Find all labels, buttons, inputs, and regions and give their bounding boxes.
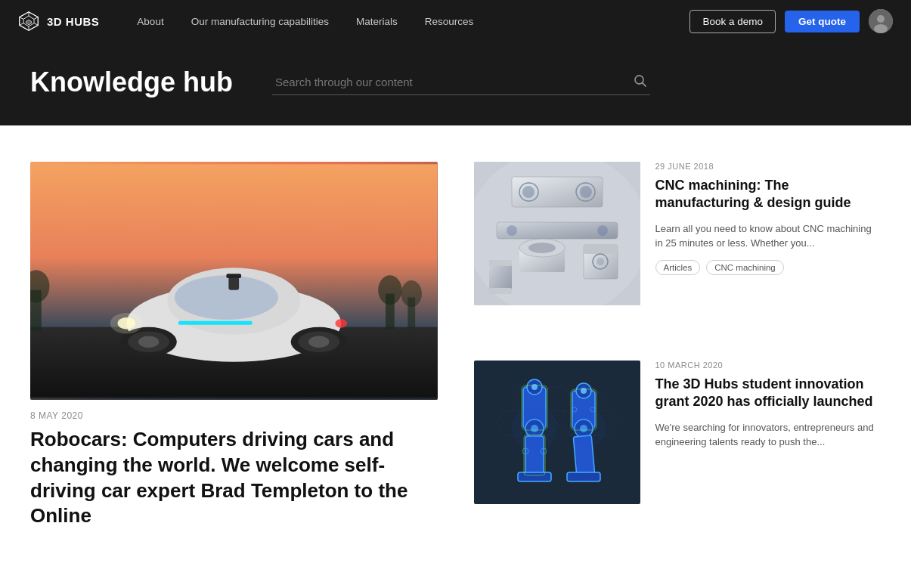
svg-rect-54 xyxy=(584,245,618,254)
cnc-article-info: 29 JUNE 2018 CNC machining: The manufact… xyxy=(655,162,882,330)
nav-manufacturing[interactable]: Our manufacturing capabilities xyxy=(178,0,342,42)
svg-point-10 xyxy=(877,15,885,23)
nav-resources[interactable]: Resources xyxy=(411,0,488,42)
cnc-article-title: CNC machining: The manufacturing & desig… xyxy=(655,177,882,212)
svg-rect-72 xyxy=(518,472,551,481)
svg-point-48 xyxy=(597,225,608,236)
nav-about[interactable]: About xyxy=(123,0,177,42)
svg-rect-58 xyxy=(489,260,512,266)
svg-line-5 xyxy=(34,23,38,26)
svg-point-34 xyxy=(110,313,143,333)
nav-actions: Book a demo Get quote xyxy=(689,9,893,33)
svg-rect-59 xyxy=(489,288,512,294)
book-demo-button[interactable]: Book a demo xyxy=(689,10,776,33)
student-article-title: The 3D Hubs student innovation grant 202… xyxy=(655,376,882,411)
svg-point-38 xyxy=(335,319,347,328)
user-avatar[interactable] xyxy=(869,9,893,33)
featured-article-date: 8 MAY 2020 xyxy=(30,410,438,421)
featured-article-image xyxy=(30,162,438,400)
featured-article[interactable]: 8 MAY 2020 Robocars: Computers driving c… xyxy=(30,162,438,529)
student-article-date: 10 MARCH 2020 xyxy=(655,361,882,370)
nav-materials[interactable]: Materials xyxy=(342,0,411,42)
svg-point-89 xyxy=(512,406,557,451)
nav-links: About Our manufacturing capabilities Mat… xyxy=(123,0,689,42)
svg-marker-2 xyxy=(26,20,32,25)
svg-point-29 xyxy=(138,336,159,348)
svg-line-7 xyxy=(20,23,23,26)
svg-point-19 xyxy=(378,275,401,305)
svg-point-56 xyxy=(596,258,604,265)
cnc-article-description: Learn all you need to know about CNC mac… xyxy=(655,221,882,251)
svg-point-47 xyxy=(507,225,517,236)
svg-line-4 xyxy=(34,17,38,20)
brand-logo[interactable]: 3D HUBS xyxy=(18,11,99,32)
svg-point-32 xyxy=(308,336,329,348)
cnc-article-image xyxy=(474,162,640,305)
article-student-grant[interactable]: 10 MARCH 2020 The 3D Hubs student innova… xyxy=(474,361,882,529)
student-article-info: 10 MARCH 2020 The 3D Hubs student innova… xyxy=(655,361,882,529)
svg-rect-35 xyxy=(228,277,239,290)
svg-point-90 xyxy=(569,410,606,447)
svg-point-85 xyxy=(581,388,587,394)
article-cnc[interactable]: 29 JUNE 2018 CNC machining: The manufact… xyxy=(474,162,882,330)
search-icon-button[interactable] xyxy=(634,74,647,91)
cnc-article-tags: Articles CNC machining xyxy=(655,260,882,275)
svg-point-44 xyxy=(522,186,535,198)
tag-articles[interactable]: Articles xyxy=(655,260,701,275)
student-article-image xyxy=(474,361,640,504)
svg-point-11 xyxy=(874,24,888,33)
svg-point-26 xyxy=(175,275,278,320)
svg-line-13 xyxy=(643,83,646,87)
brand-name: 3D HUBS xyxy=(47,15,99,28)
cnc-article-date: 29 JUNE 2018 xyxy=(655,162,882,171)
navigation: 3D HUBS About Our manufacturing capabili… xyxy=(0,0,911,42)
svg-point-21 xyxy=(401,280,422,307)
svg-rect-36 xyxy=(226,274,241,278)
student-article-description: We're searching for innovators, entrepre… xyxy=(655,420,882,450)
tag-cnc-machining[interactable]: CNC machining xyxy=(706,260,784,275)
get-quote-button[interactable]: Get quote xyxy=(785,11,860,32)
svg-point-45 xyxy=(580,186,592,198)
search-container xyxy=(272,70,650,95)
svg-rect-37 xyxy=(178,321,253,325)
featured-article-title: Robocars: Computers driving cars and cha… xyxy=(30,427,438,529)
page-title: Knowledge hub xyxy=(30,67,242,98)
knowledge-header: Knowledge hub xyxy=(0,42,911,125)
articles-grid: 8 MAY 2020 Robocars: Computers driving c… xyxy=(0,125,911,574)
svg-line-8 xyxy=(20,17,23,20)
search-input[interactable] xyxy=(272,70,650,95)
svg-point-74 xyxy=(531,384,538,390)
svg-rect-83 xyxy=(567,472,600,481)
svg-point-52 xyxy=(528,243,556,253)
